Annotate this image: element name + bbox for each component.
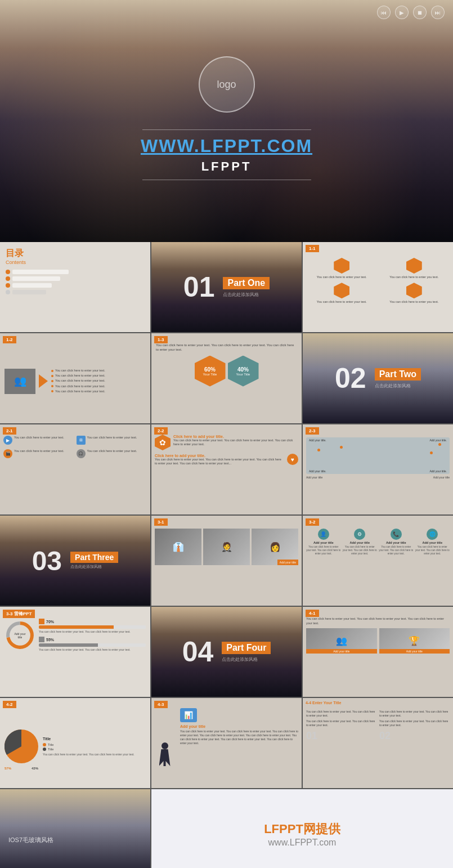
stop-button[interactable]: ⏹ — [413, 6, 427, 19]
part-info: Part One 点击此处添加风格 — [223, 277, 270, 298]
film-icon: 🎬 — [3, 449, 12, 458]
slide-4-3[interactable]: 4-3 📊 Add your title You can click here … — [151, 698, 302, 788]
part-number: 04 — [182, 636, 214, 668]
slide-label: 4-2 — [3, 701, 16, 708]
s22-title2: Click here to add your title. — [155, 454, 284, 458]
s32-item: 👤 Add your title You can click here to e… — [306, 529, 341, 556]
slide-label: 3-1 — [154, 518, 168, 526]
s41-img-1: 👥 Add your title — [306, 628, 377, 654]
item-line — [12, 276, 60, 281]
next-button[interactable]: ⏭ — [431, 6, 445, 19]
part-three-slide[interactable]: 03 Part Three 点击此处添加风格 — [0, 516, 150, 606]
slides-grid: 目录 Contents — [0, 242, 453, 868]
s44-col-1: You can click here to enter your text. Y… — [306, 710, 376, 742]
slide-3-2[interactable]: 3-2 👤 Add your title You can click here … — [303, 516, 453, 606]
slide-label: 3-2 — [306, 518, 319, 526]
s41-img2-label: Add your title — [379, 649, 450, 654]
s13-text: You can click here to enter your text. Y… — [156, 343, 297, 352]
footer-left-slide[interactable]: IOS7毛玻璃风格 — [0, 789, 150, 868]
slide-label: 4-1 — [306, 610, 319, 617]
chart-icon: 📊 — [180, 708, 197, 722]
item-line — [12, 270, 69, 274]
bullet-list: You can click here to enter your text. Y… — [51, 368, 146, 395]
dot-icon — [6, 290, 10, 294]
figure-person — [155, 708, 177, 785]
slide-1-2[interactable]: 1-2 👥 You can click here to enter your t… — [0, 333, 150, 423]
slide-2-3[interactable]: 2-3 Add your title. Add your title. Add … — [303, 424, 453, 514]
hero-divider — [142, 129, 311, 130]
s22-body2: You can click here to enter your text. Y… — [155, 458, 284, 466]
part-four-slide[interactable]: 04 Part Four 点击此处添加风格 — [151, 607, 302, 697]
part-subtitle: 点击此处添加风格 — [223, 292, 270, 298]
slide-1-1[interactable]: 1-1 You can click here to enter your tex… — [303, 242, 453, 332]
s41-img1-label: Add your title — [306, 649, 377, 654]
contents-content: 目录 Contents — [0, 242, 150, 302]
footer-brand-url[interactable]: www.LFPPT.com — [268, 838, 337, 848]
part-name: Part Three — [70, 552, 118, 563]
s41-img-2: 🏆 Add your title — [379, 628, 450, 654]
part-number: 02 — [335, 362, 366, 395]
dot-icon — [6, 270, 10, 274]
arrow-icon — [39, 374, 48, 388]
part-info: Part Three 点击此处添加风格 — [70, 552, 118, 570]
list-item — [6, 276, 145, 281]
hex-40: 40% Your Title — [228, 356, 259, 387]
hex-icon: ✿ — [155, 435, 171, 450]
prev-button[interactable]: ⏮ — [377, 6, 391, 19]
contents-slide[interactable]: 目录 Contents — [0, 242, 150, 332]
hero-url[interactable]: WWW.LFPPT.COM — [141, 136, 312, 156]
slide-2-2[interactable]: 2-2 ✿ Click here to add your title. You … — [151, 424, 302, 514]
part-subtitle: 点击此处添加风格 — [375, 383, 421, 389]
slide-label: 1-1 — [306, 245, 319, 252]
hex-60: 60% Your Title — [195, 356, 226, 387]
contents-items — [6, 270, 145, 294]
slide-label: 1-2 — [3, 336, 16, 343]
bar-chart: 70% You can click here to enter your tex… — [39, 619, 146, 693]
dot-icon — [6, 283, 10, 288]
dot-icon — [6, 276, 10, 281]
slide-1-3[interactable]: 1-3 You can click here to enter your tex… — [151, 333, 302, 423]
slide-2-1[interactable]: 2-1 ▶ You can click here to enter your t… — [0, 424, 150, 514]
part-info: Part Four 点击此处添加风格 — [222, 642, 271, 663]
grid-icon: ⊞ — [77, 436, 86, 445]
part-name: Part Two — [375, 368, 421, 381]
slide-3-1[interactable]: 3-1 👔 🤵 👩 Add your title — [151, 516, 302, 606]
footer-brand-title: LFPPT网提供 — [264, 821, 340, 838]
logo-circle: logo — [199, 56, 255, 113]
s43-right: 📊 Add your title You can click here to e… — [180, 708, 298, 785]
s41-top-text: You can click here to enter your text. Y… — [306, 617, 450, 625]
slide-4-1[interactable]: 4-1 You can click here to enter your tex… — [303, 607, 453, 697]
pie-legend: Title Title Title You can click here to … — [43, 737, 146, 757]
playback-controls: ⏮ ▶ ⏹ ⏭ — [377, 6, 445, 19]
donut-chart: Add yourtitle — [5, 620, 35, 651]
photo-box-3: 👩 Add your title — [252, 529, 298, 565]
footer-right-slide[interactable]: LFPPT网提供 www.LFPPT.com — [151, 789, 453, 868]
s22-body1: You can click here to enter your text. Y… — [173, 439, 298, 446]
list-item — [6, 283, 145, 288]
list-item — [6, 270, 145, 274]
part-one-slide[interactable]: 01 Part One 点击此处添加风格 — [151, 242, 302, 332]
slide-4-2[interactable]: 4-2 57% 43% Title Title — [0, 698, 150, 788]
part-two-slide[interactable]: 02 Part Two 点击此处添加风格 — [303, 333, 453, 423]
s11-text: You can click here to enter you text. — [389, 300, 438, 304]
pie-chart: 57% 43% — [5, 730, 38, 763]
part-name: Part One — [223, 277, 270, 289]
slide-label: 4-4 Enter Your Title — [306, 701, 341, 705]
part-number: 03 — [32, 545, 62, 576]
play-button[interactable]: ▶ — [395, 6, 409, 19]
s11-text: You can click here to enter you text. — [389, 275, 438, 279]
footer-ios-text: IOS7毛玻璃风格 — [8, 836, 142, 844]
s11-text: You can click here to enter your text. — [317, 300, 367, 304]
part-subtitle: 点击此处添加风格 — [222, 656, 271, 663]
slide-3-3[interactable]: 3-3 雷锋PPT Add yourtitle 70% — [0, 607, 150, 697]
contents-title: 目录 — [6, 248, 145, 259]
part-name: Part Four — [222, 642, 271, 654]
play-icon: ▶ — [3, 436, 12, 445]
contents-subtitle: Contents — [6, 259, 145, 265]
hero-brand: LFPPT — [201, 159, 252, 174]
slide-4-4[interactable]: 4-4 Enter Your Title You can click here … — [303, 698, 453, 788]
s43-title: Add your title — [180, 724, 298, 728]
s32-item: 📞 Add your title You can click here to e… — [379, 529, 414, 556]
slide-image: 👥 — [5, 369, 35, 394]
s43-text: You can click here to enter your text. Y… — [180, 730, 298, 745]
